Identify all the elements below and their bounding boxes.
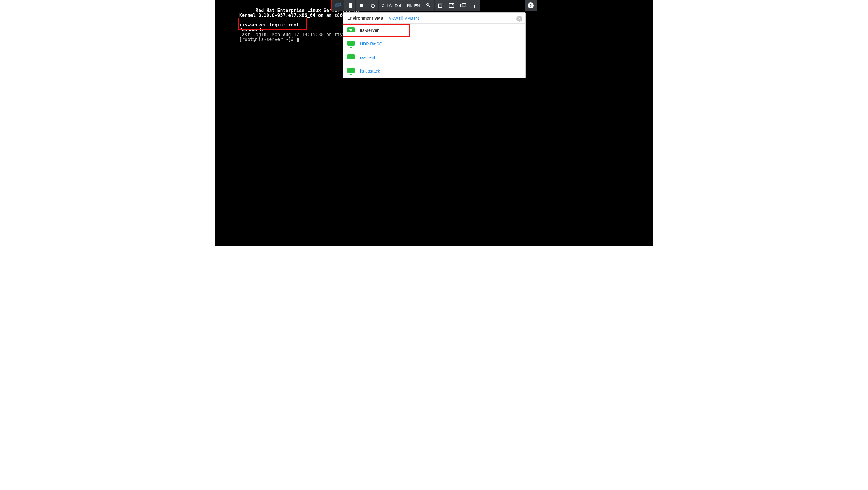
svg-rect-19 bbox=[472, 6, 473, 7]
svg-rect-18 bbox=[462, 4, 466, 6]
monitor-icon bbox=[347, 41, 354, 47]
fullscreen-button[interactable] bbox=[446, 0, 457, 10]
keyboard-icon bbox=[407, 4, 413, 7]
vm-panel-close-button[interactable]: ✕ bbox=[517, 16, 523, 22]
stats-button[interactable] bbox=[469, 0, 480, 10]
power-button[interactable] bbox=[367, 0, 378, 10]
svg-rect-3 bbox=[350, 3, 351, 7]
ctrl-alt-del-button[interactable]: Ctrl-Alt-Del bbox=[378, 0, 404, 10]
clipboard-button[interactable] bbox=[434, 0, 446, 10]
stop-icon bbox=[360, 4, 363, 7]
svg-point-11 bbox=[427, 4, 429, 6]
app-stage: Red Hat Enterprise Linux Server 7.6 (M K… bbox=[215, 0, 653, 246]
fit-window-button[interactable] bbox=[457, 0, 469, 10]
help-button[interactable]: ? bbox=[525, 0, 537, 10]
vm-toolbar: Ctrl-Alt-Del EN bbox=[332, 0, 480, 10]
screens-icon bbox=[461, 3, 466, 7]
pause-icon bbox=[348, 3, 352, 7]
keyboard-button[interactable]: EN bbox=[404, 0, 423, 10]
vm-panel-title: Environment VMs bbox=[347, 16, 383, 21]
svg-rect-2 bbox=[348, 3, 350, 7]
bar-chart-icon bbox=[472, 3, 477, 7]
separator: | bbox=[385, 16, 386, 21]
keyboard-lang-label: EN bbox=[414, 3, 420, 8]
svg-rect-4 bbox=[360, 4, 363, 7]
vm-name-label: HDP-BigSQL bbox=[360, 41, 385, 47]
ctrl-alt-del-label: Ctrl-Alt-Del bbox=[382, 3, 401, 8]
svg-line-13 bbox=[430, 6, 430, 6]
terminal-cursor bbox=[297, 38, 300, 42]
svg-rect-15 bbox=[439, 3, 441, 4]
term-line-kernel: Kernel 3.10.0-957.el7.x86_64 on an x86_6… bbox=[239, 13, 351, 18]
svg-rect-14 bbox=[438, 4, 442, 7]
key-icon bbox=[426, 3, 431, 8]
monitor-icon bbox=[347, 27, 354, 33]
svg-rect-20 bbox=[474, 4, 475, 7]
vm-row-hdp-bigsql[interactable]: HDP-BigSQL bbox=[343, 37, 526, 51]
power-icon bbox=[371, 3, 375, 8]
monitors-icon bbox=[335, 3, 341, 8]
credentials-button[interactable] bbox=[423, 0, 434, 10]
svg-rect-21 bbox=[475, 3, 476, 7]
expand-icon bbox=[449, 3, 454, 7]
vm-name-label: iis-ugstack bbox=[360, 69, 380, 73]
svg-rect-1 bbox=[337, 3, 341, 6]
stop-button[interactable] bbox=[355, 0, 367, 10]
term-line-prompt: [root@iis-server ~]# bbox=[239, 37, 297, 42]
vm-panel-header: Environment VMs | View all VMs (4) bbox=[343, 13, 526, 24]
pause-button[interactable] bbox=[344, 0, 355, 10]
vm-list-panel: ✕ Environment VMs | View all VMs (4) iis… bbox=[343, 12, 526, 78]
vm-row-iis-client[interactable]: iis-client bbox=[343, 51, 526, 64]
view-all-vms-link[interactable]: View all VMs (4) bbox=[389, 16, 419, 21]
monitor-icon bbox=[347, 68, 354, 74]
clipboard-icon bbox=[438, 3, 442, 8]
vm-switcher-button[interactable] bbox=[332, 0, 344, 10]
monitor-icon bbox=[347, 55, 354, 61]
vm-name-label: iis-client bbox=[360, 55, 375, 60]
vm-name-label: iis-server bbox=[360, 28, 379, 33]
help-icon: ? bbox=[528, 2, 534, 8]
vm-row-iis-server[interactable]: iis-server bbox=[343, 24, 526, 37]
vm-row-iis-ugstack[interactable]: iis-ugstack bbox=[343, 64, 526, 78]
